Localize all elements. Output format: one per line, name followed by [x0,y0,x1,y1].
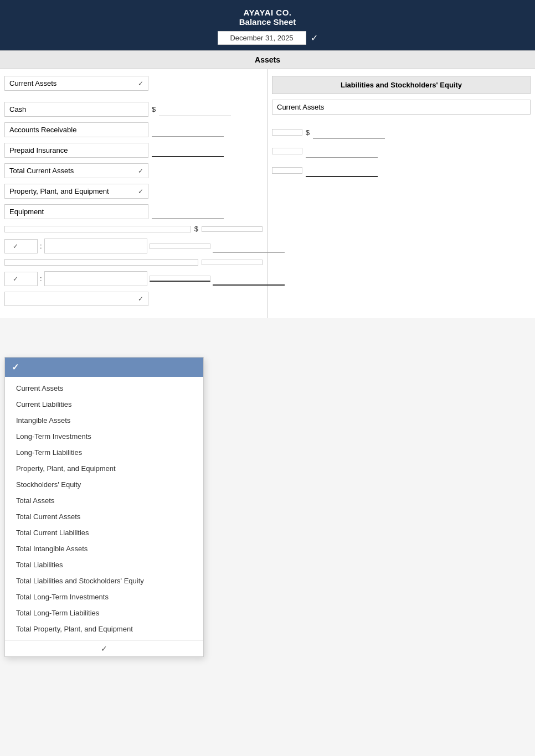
right-current-assets-dropdown[interactable]: Current Assets [272,100,531,115]
cash-dropdown[interactable]: Cash [4,102,148,117]
date-chevron-icon[interactable]: ✓ [311,33,318,43]
ppe-colon-dropdown-1[interactable]: ✓ [4,239,38,253]
total-ca-chevron-icon: ✓ [138,167,143,175]
right-input-2[interactable] [306,144,378,158]
bottom-dropdown-row: ✓ [4,292,263,306]
dropdown-item-total-long-term-liabilities[interactable]: Total Long-Term Liabilities [5,605,203,621]
ppe-dollar-sign: $ [194,225,198,233]
dropdown-item-ppe[interactable]: Property, Plant, and Equipment [5,460,203,477]
ppe-right-input-1[interactable] [213,240,285,253]
dropdown-item-intangible-assets[interactable]: Intangible Assets [5,412,203,428]
equipment-input[interactable] [152,205,224,219]
ppe-inline-box-3[interactable] [202,260,263,265]
prepaid-insurance-dropdown[interactable]: Prepaid Insurance [4,143,148,158]
ppe-row: Property, Plant, and Equipment ✓ [4,184,263,199]
dropdown-item-long-term-liabilities[interactable]: Long-Term Liabilities [5,444,203,460]
dropdown-item-total-liabilities[interactable]: Total Liabilities [5,557,203,573]
dropdown-overlay-list: Current Assets Current Liabilities Intan… [5,377,203,640]
company-name: AYAYAI CO. [6,8,529,17]
bottom-chevron-icon: ✓ [138,295,143,303]
ppe-inline-box-1[interactable] [202,226,263,232]
equipment-row: Equipment [4,204,263,219]
assets-column: Current Assets ✓ Cash $ Accounts Receiva… [0,69,268,318]
balance-sheet-title: Balance Sheet [6,17,529,27]
colon-label-1: : [40,242,42,250]
right-input-3[interactable] [306,163,378,177]
colon-chevron-2-icon: ✓ [13,275,18,283]
ppe-chevron-icon: ✓ [138,188,143,195]
ppe-colon-input-2[interactable] [44,271,147,286]
bottom-dropdown[interactable]: ✓ [4,292,148,306]
dropdown-item-stockholders-equity[interactable]: Stockholders' Equity [5,477,203,493]
prepaid-insurance-input[interactable] [152,143,224,157]
overlay-chevron-down-icon: ✓ [101,644,107,653]
total-current-assets-dropdown[interactable]: Total Current Assets ✓ [4,163,148,178]
main-layout: Current Assets ✓ Cash $ Accounts Receiva… [0,69,535,318]
dropdown-overlay-header: ✓ [5,358,203,377]
dropdown-item-total-ppe[interactable]: Total Property, Plant, and Equipment [5,621,203,637]
dropdown-item-current-liabilities[interactable]: Current Liabilities [5,396,203,412]
dropdown-item-current-assets[interactable]: Current Assets [5,380,203,396]
right-checkbox-3[interactable] [272,167,302,174]
accounts-receivable-row: Accounts Receivable [4,122,263,137]
dropdown-item-total-assets[interactable]: Total Assets [5,493,203,509]
accounts-receivable-dropdown[interactable]: Accounts Receivable [4,122,148,137]
colon-chevron-1-icon: ✓ [13,242,18,250]
equipment-dropdown[interactable]: Equipment [4,204,148,219]
total-current-assets-row: Total Current Assets ✓ [4,163,263,178]
cash-row: Cash $ [4,102,263,117]
liabilities-column: Liabilities and Stockholders' Equity Cur… [268,69,535,318]
assets-section-label: Assets [0,50,535,69]
dropdown-item-total-intangible-assets[interactable]: Total Intangible Assets [5,541,203,557]
date-row: December 31, 2025 ✓ [6,31,529,45]
prepaid-insurance-row: Prepaid Insurance [4,143,263,158]
current-assets-chevron-icon: ✓ [138,80,143,87]
cash-input[interactable] [159,103,231,116]
right-current-assets-row: Current Assets [272,100,531,115]
dropdown-item-total-current-assets[interactable]: Total Current Assets [5,509,203,525]
accounts-receivable-input[interactable] [152,123,224,137]
right-checkbox-2[interactable] [272,148,302,154]
header: AYAYAI CO. Balance Sheet December 31, 20… [0,0,535,50]
liabilities-section-label: Liabilities and Stockholders' Equity [272,76,531,94]
dropdown-item-total-long-term-investments[interactable]: Total Long-Term Investments [5,589,203,605]
overlay-checkmark-icon: ✓ [12,362,19,372]
right-row-1: $ [272,126,531,139]
colon-label-2: : [40,275,42,283]
ppe-inline-box-4[interactable] [150,276,210,282]
right-checkbox-1[interactable] [272,129,302,136]
ppe-empty-row-2 [4,259,263,266]
dropdown-overlay-footer: ✓ [5,640,203,656]
date-box[interactable]: December 31, 2025 [218,31,306,45]
cash-dollar-sign: $ [152,105,156,113]
ppe-colon-dropdown-2[interactable]: ✓ [4,272,38,286]
dropdown-item-long-term-investments[interactable]: Long-Term Investments [5,428,203,444]
ppe-right-input-2[interactable] [213,272,285,286]
right-input-1[interactable] [313,126,385,139]
page-wrapper: AYAYAI CO. Balance Sheet December 31, 20… [0,0,535,318]
current-assets-dropdown[interactable]: Current Assets ✓ [4,76,148,91]
ppe-empty-row-1: $ [4,225,263,233]
ppe-colon-input-1[interactable] [44,239,147,253]
ppe-empty-dropdown-1[interactable] [4,226,191,232]
ppe-empty-dropdown-2[interactable] [4,259,198,266]
current-assets-row: Current Assets ✓ [4,76,263,91]
dropdown-item-total-liabilities-equity[interactable]: Total Liabilities and Stockholders' Equi… [5,573,203,589]
dropdown-overlay[interactable]: ✓ Current Assets Current Liabilities Int… [4,357,204,657]
ppe-inline-box-2[interactable] [150,244,210,249]
ppe-colon-row-2: ✓ : [4,271,263,286]
ppe-colon-row-1: ✓ : [4,239,263,253]
ppe-dropdown[interactable]: Property, Plant, and Equipment ✓ [4,184,148,199]
right-dollar-1: $ [306,128,310,137]
right-row-2 [272,144,531,158]
right-row-3 [272,163,531,177]
dropdown-item-total-current-liabilities[interactable]: Total Current Liabilities [5,525,203,541]
